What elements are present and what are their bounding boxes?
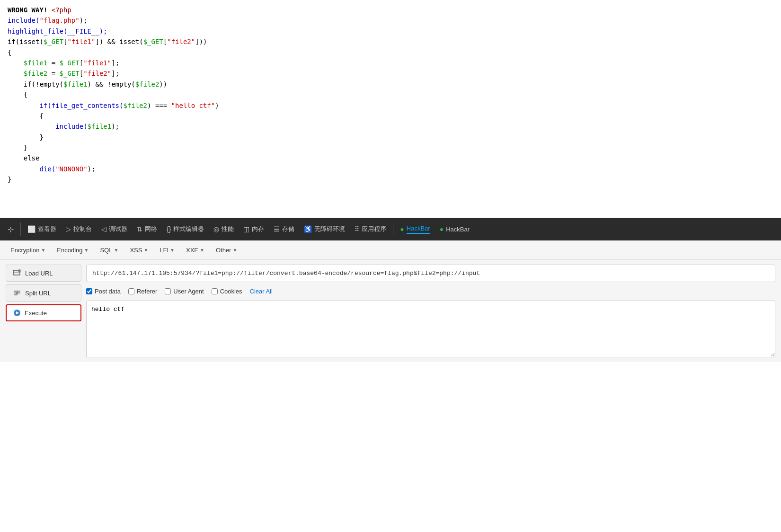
menu-encryption[interactable]: Encryption ▼ — [6, 245, 50, 256]
devtools-network-label: 网络 — [145, 225, 157, 233]
code-brace1-close: } — [8, 176, 11, 183]
devtools-toolbar: ⊹ ⬜ 查看器 ▷ 控制台 ◁ 调试器 ⇅ 网络 {} 样式编辑器 ◎ 性能 ◫… — [0, 218, 781, 240]
menu-lfi-arrow: ▼ — [170, 248, 175, 253]
code-wrongway: WRONG WAY! <?php — [8, 6, 71, 14]
devtools-memory[interactable]: ◫ 内存 — [240, 223, 268, 235]
code-brace1: { — [8, 49, 11, 56]
hackbar-action-buttons: Load URL Split URL Execute — [6, 265, 81, 321]
menu-encryption-arrow: ▼ — [41, 248, 45, 253]
menu-other-arrow: ▼ — [232, 248, 237, 253]
code-if3: if(file_get_contents($file2) === "hello … — [39, 102, 219, 109]
menu-lfi[interactable]: LFI ▼ — [155, 245, 179, 256]
menu-other[interactable]: Other ▼ — [211, 245, 242, 256]
split-url-label: Split URL — [25, 290, 51, 297]
devtools-separator — [20, 222, 21, 236]
code-else: else — [24, 154, 40, 162]
code-display: WRONG WAY! <?php include("flag.php"); hi… — [0, 0, 781, 218]
hackbar-right-section: Post data Referer User Agent Cookies Cle… — [86, 265, 775, 357]
code-line-highlight: highlight_file(__FILE__); — [8, 27, 107, 35]
clear-all-button[interactable]: Clear All — [250, 288, 273, 295]
code-brace2: { — [24, 91, 27, 98]
post-data-label: Post data — [95, 288, 121, 295]
devtools-hackbar2[interactable]: ● HackBar — [436, 223, 473, 235]
menu-lfi-label: LFI — [160, 247, 169, 254]
post-data-checkbox[interactable] — [86, 288, 92, 294]
devtools-hackbar1-label: HackBar — [407, 225, 430, 234]
devtools-performance[interactable]: ◎ 性能 — [210, 223, 238, 235]
code-brace3: { — [39, 112, 43, 120]
devtools-memory-label: 内存 — [252, 225, 264, 233]
user-agent-checkbox[interactable] — [165, 288, 171, 294]
devtools-console-label: 控制台 — [73, 225, 92, 233]
referer-checkbox[interactable] — [128, 288, 134, 294]
devtools-debugger-label: 调试器 — [109, 225, 127, 233]
svg-point-1 — [18, 269, 21, 272]
load-url-icon — [13, 269, 21, 277]
user-agent-checkbox-label[interactable]: User Agent — [165, 288, 204, 295]
devtools-a11y-label: 无障碍环境 — [314, 225, 345, 233]
menu-other-label: Other — [216, 247, 231, 254]
code-file2-assign: $file2 = $_GET["file2"]; — [24, 70, 119, 77]
hackbar-panel: Encryption ▼ Encoding ▼ SQL ▼ XSS ▼ LFI … — [0, 240, 781, 362]
devtools-console[interactable]: ▷ 控制台 — [62, 223, 96, 235]
user-agent-label: User Agent — [173, 288, 204, 295]
post-data-textarea[interactable]: hello ctf — [86, 301, 775, 357]
post-options-row: Post data Referer User Agent Cookies Cle… — [86, 286, 775, 297]
code-include2: include($file1); — [55, 123, 119, 130]
devtools-hackbar1[interactable]: ● HackBar — [396, 223, 434, 236]
execute-label: Execute — [25, 310, 47, 317]
code-if2: if(!empty($file1) && !empty($file2)) — [24, 80, 167, 88]
menu-xss[interactable]: XSS ▼ — [125, 245, 153, 256]
code-file1-assign: $file1 = $_GET["file1"]; — [24, 59, 119, 67]
menu-sql-label: SQL — [100, 247, 112, 254]
referer-checkbox-label[interactable]: Referer — [128, 288, 157, 295]
code-line-include: include("flag.php"); — [8, 17, 88, 24]
url-input[interactable] — [86, 265, 775, 282]
cookies-label: Cookies — [220, 288, 242, 295]
menu-sql[interactable]: SQL ▼ — [95, 245, 123, 256]
devtools-storage-label: 存储 — [282, 225, 294, 233]
devtools-accessibility[interactable]: ♿ 无障碍环境 — [300, 223, 349, 235]
execute-icon — [13, 309, 21, 317]
devtools-separator2 — [393, 222, 393, 236]
code-brace3-close: } — [39, 133, 43, 141]
hackbar-menu-bar: Encryption ▼ Encoding ▼ SQL ▼ XSS ▼ LFI … — [0, 241, 781, 260]
devtools-cursor-icon[interactable]: ⊹ — [4, 222, 18, 237]
devtools-perf-label: 性能 — [222, 225, 234, 233]
split-url-button[interactable]: Split URL — [6, 284, 81, 301]
devtools-hackbar2-label: HackBar — [446, 226, 470, 233]
code-brace2-close: } — [24, 144, 27, 151]
devtools-style-label: 样式编辑器 — [173, 225, 204, 233]
menu-xxe[interactable]: XXE ▼ — [181, 245, 209, 256]
devtools-apps-label: 应用程序 — [362, 225, 386, 233]
menu-xxe-arrow: ▼ — [200, 248, 204, 253]
menu-encryption-label: Encryption — [10, 247, 39, 254]
menu-encoding-label: Encoding — [57, 247, 82, 254]
code-line-if1: if(isset($_GET["file1"]) && isset($_GET[… — [8, 38, 207, 45]
cookies-checkbox[interactable] — [212, 288, 218, 294]
hackbar-main-content: Load URL Split URL Execute — [0, 260, 781, 362]
devtools-inspector-label: 查看器 — [38, 225, 56, 233]
menu-xss-arrow: ▼ — [143, 248, 148, 253]
devtools-storage[interactable]: ☰ 存储 — [270, 223, 298, 235]
menu-encoding[interactable]: Encoding ▼ — [52, 245, 93, 256]
split-url-icon — [13, 289, 21, 297]
code-die: die("NONONO"); — [39, 165, 95, 173]
devtools-style-editor[interactable]: {} 样式编辑器 — [163, 223, 208, 235]
devtools-debugger[interactable]: ◁ 调试器 — [98, 223, 131, 235]
devtools-applications[interactable]: ⠿ 应用程序 — [351, 223, 390, 235]
devtools-network[interactable]: ⇅ 网络 — [133, 223, 161, 235]
post-data-checkbox-label[interactable]: Post data — [86, 288, 121, 295]
devtools-inspector[interactable]: ⬜ 查看器 — [24, 223, 60, 235]
menu-encoding-arrow: ▼ — [84, 248, 89, 253]
cookies-checkbox-label[interactable]: Cookies — [212, 288, 242, 295]
referer-label: Referer — [137, 288, 157, 295]
load-url-button[interactable]: Load URL — [6, 265, 81, 282]
menu-sql-arrow: ▼ — [114, 248, 118, 253]
execute-button[interactable]: Execute — [6, 304, 81, 321]
menu-xss-label: XSS — [130, 247, 142, 254]
load-url-label: Load URL — [25, 270, 53, 277]
menu-xxe-label: XXE — [186, 247, 198, 254]
